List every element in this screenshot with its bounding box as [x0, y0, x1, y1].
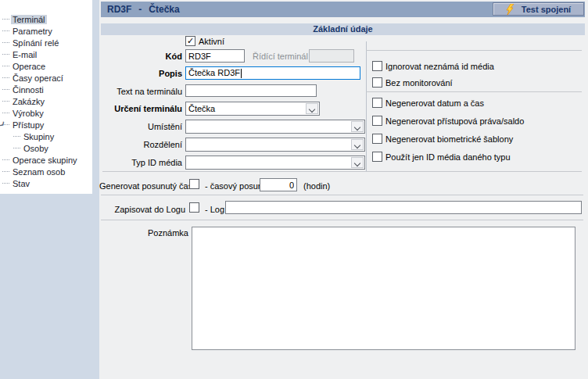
- chevron-down-icon[interactable]: [351, 157, 364, 168]
- log-soubor-input[interactable]: [225, 201, 582, 214]
- tree-line: [2, 159, 9, 160]
- tree-line: [2, 30, 9, 31]
- group-divider: [366, 50, 582, 51]
- tree-line: [2, 54, 9, 55]
- tree-line: [2, 77, 9, 78]
- sidebar-item-operace-skupiny[interactable]: Operace skupiny: [0, 154, 92, 166]
- sidebar-item-casy-operaci[interactable]: Časy operací: [0, 72, 92, 84]
- tree-expander-icon[interactable]: ❯: [0, 120, 6, 128]
- hodin-unit-label: (hodin): [303, 181, 330, 191]
- popis-label: Popis: [99, 69, 182, 78]
- popis-input[interactable]: Čtečka RD3F: [185, 66, 360, 80]
- sidebar-item-vyrobky[interactable]: Výrobky: [0, 107, 92, 119]
- tree-line: [2, 89, 9, 90]
- title-separator: -: [138, 4, 142, 15]
- tree-line: [2, 171, 9, 172]
- page-title: Čtečka: [149, 4, 179, 15]
- sidebar-item-seznam-osob[interactable]: Seznam osob: [0, 166, 92, 177]
- section-divider: [102, 171, 582, 172]
- section-divider: [101, 195, 583, 195]
- lightning-icon: [506, 4, 514, 15]
- typ-id-media-select[interactable]: [185, 156, 365, 170]
- negenerovat-pristupova-prava-label: Negenerovat přístupová práva/saldo: [385, 116, 524, 126]
- kod-input[interactable]: [185, 49, 245, 63]
- umisteni-select[interactable]: [185, 120, 365, 134]
- sidebar-item-osoby[interactable]: Osoby: [0, 142, 92, 154]
- sidebar-item-zakazky[interactable]: Zakázky: [0, 95, 92, 107]
- casovy-posun-input[interactable]: [260, 178, 297, 191]
- poznamka-label: Poznámka: [99, 228, 188, 238]
- tree-line: [2, 113, 9, 113]
- tree-line: [2, 183, 9, 184]
- section-divider: [101, 220, 583, 220]
- sidebar-item-terminal[interactable]: Terminál: [0, 13, 92, 25]
- sidebar-item-operace[interactable]: Operace: [0, 60, 92, 72]
- poznamka-textarea[interactable]: [192, 227, 575, 350]
- tree-line: [13, 136, 20, 137]
- urceni-terminalu-label: Určení terminálu: [99, 104, 182, 113]
- section-title: Základní údaje: [101, 23, 585, 35]
- tree-line: [2, 101, 9, 102]
- bez-monitorovani-label: Bez monitorování: [385, 78, 453, 88]
- column-divider: [366, 41, 367, 171]
- tree-line: [2, 19, 9, 20]
- chevron-down-icon[interactable]: [351, 121, 364, 132]
- zapisovat-do-logu-label: Zapisovat do Logu: [99, 205, 185, 214]
- sidebar-item-spinani-rele[interactable]: Spínání relé: [0, 37, 92, 48]
- group-divider: [366, 91, 582, 92]
- zapisovat-do-logu-checkbox[interactable]: [189, 202, 199, 213]
- text-na-terminalu-label: Text na terminálu: [99, 87, 182, 96]
- text-na-terminalu-input[interactable]: [185, 84, 317, 97]
- sidebar-item-email[interactable]: E-mail: [0, 48, 92, 60]
- urceni-terminalu-select[interactable]: Čtečka: [185, 102, 320, 116]
- pouzit-jen-id-media-checkbox[interactable]: [372, 152, 382, 162]
- ignorovat-neznama-id-media-checkbox[interactable]: [372, 61, 382, 71]
- generovat-posunuty-cas-checkbox[interactable]: [189, 179, 199, 189]
- rozdeleni-label: Rozdělení: [99, 140, 182, 149]
- kod-label: Kód: [99, 52, 182, 61]
- chevron-down-icon[interactable]: [351, 139, 364, 150]
- sidebar-item-stav[interactable]: Stav: [0, 177, 92, 189]
- rozdeleni-select[interactable]: [185, 138, 365, 152]
- aktivni-label: Aktivní: [199, 37, 224, 46]
- tree-line: [2, 42, 9, 43]
- casovy-posun-label: - časový posun: [205, 181, 263, 191]
- negenerovat-datum-a-cas-checkbox[interactable]: [372, 98, 382, 108]
- ignorovat-neznama-id-media-label: Ignorovat neznámá id média: [385, 62, 494, 71]
- negenerovat-pristupova-prava-checkbox[interactable]: [372, 116, 382, 126]
- title-code: RD3F: [107, 4, 131, 15]
- bez-monitorovani-checkbox[interactable]: [372, 77, 382, 88]
- ridici-terminal-input: [309, 49, 354, 63]
- tree-line: [13, 148, 20, 148]
- negenerovat-datum-a-cas-label: Negenerovat datum a čas: [385, 98, 484, 108]
- negenerovat-biometricke-sablony-label: Negenerovat biometrické šablony: [385, 134, 513, 144]
- app-window: Terminál Parametry Spínání relé E-mail O…: [0, 0, 588, 379]
- negenerovat-biometricke-sablony-checkbox[interactable]: [372, 134, 382, 144]
- test-connection-button[interactable]: Test spojení: [493, 2, 584, 16]
- sidebar-item-pristupy[interactable]: ❯Přístupy: [0, 119, 92, 131]
- test-connection-label: Test spojení: [522, 5, 571, 14]
- pouzit-jen-id-media-label: Použít jen ID média daného typu: [385, 152, 511, 162]
- aktivni-checkbox[interactable]: ✓: [185, 36, 195, 46]
- ridici-terminal-label: Řídící terminál: [253, 52, 308, 61]
- tree-line: [2, 66, 9, 66]
- generovat-posunuty-cas-label: Generovat posunutý čas: [99, 181, 185, 191]
- umisteni-label: Umístění: [99, 122, 182, 131]
- chevron-down-icon[interactable]: [306, 103, 318, 114]
- sidebar-item-parametry[interactable]: Parametry: [0, 25, 92, 37]
- text-caret: [241, 69, 242, 78]
- sidebar-item-cinnosti[interactable]: Činnosti: [0, 84, 92, 95]
- typ-id-media-label: Typ ID média: [99, 158, 182, 167]
- sidebar-tree: Terminál Parametry Spínání relé E-mail O…: [0, 0, 92, 194]
- sidebar-item-skupiny[interactable]: Skupiny: [0, 131, 92, 142]
- main-panel: RD3F - Čtečka Test spojení Základní údaj…: [99, 0, 588, 379]
